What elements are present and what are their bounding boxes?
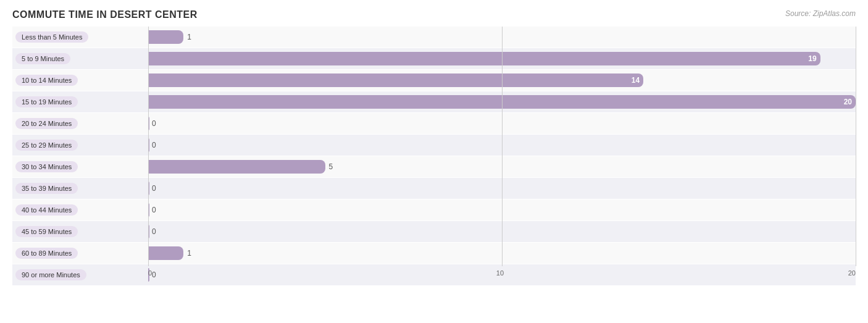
bar-track: 0 [148, 135, 856, 156]
chart-header: COMMUTE TIME IN DESERT CENTER Source: Zi… [12, 9, 856, 20]
bar-label: 35 to 39 Minutes [12, 183, 148, 194]
bar-label: 25 to 29 Minutes [12, 140, 148, 151]
chart-container: COMMUTE TIME IN DESERT CENTER Source: Zi… [0, 0, 868, 323]
bar-row: 20 to 24 Minutes0 [12, 113, 856, 134]
chart-source: Source: ZipAtlas.com [785, 9, 856, 18]
bar-fill: 19 [148, 52, 820, 65]
bar-label: 30 to 34 Minutes [12, 161, 148, 172]
bar-label: 15 to 19 Minutes [12, 96, 148, 107]
bar-label: 60 to 89 Minutes [12, 248, 148, 259]
bar-row: 10 to 14 Minutes14 [12, 70, 856, 91]
bar-label: 90 or more Minutes [12, 269, 148, 280]
chart-title: COMMUTE TIME IN DESERT CENTER [12, 9, 198, 20]
x-tick: 20 [848, 269, 856, 277]
bar-value: 19 [808, 54, 816, 63]
bar-fill [148, 160, 325, 174]
bar-label: 40 to 44 Minutes [12, 204, 148, 216]
bars-area: Less than 5 Minutes15 to 9 Minutes1910 t… [12, 27, 856, 266]
bar-value: 5 [329, 162, 333, 171]
bar-value: 14 [632, 76, 640, 85]
bar-fill [148, 246, 183, 260]
bar-label: 10 to 14 Minutes [12, 75, 148, 86]
bar-row: 25 to 29 Minutes0 [12, 135, 856, 156]
x-tick: 10 [496, 269, 504, 277]
bar-label: Less than 5 Minutes [12, 31, 148, 43]
bar-value: 0 [152, 141, 156, 149]
bar-value: 1 [187, 249, 191, 258]
bar-value: 0 [152, 227, 156, 236]
bar-fill [148, 138, 149, 152]
x-tick: 0 [148, 269, 152, 277]
bar-row: 60 to 89 Minutes1 [12, 243, 856, 264]
bar-track: 20 [148, 91, 856, 112]
bar-value: 1 [187, 33, 191, 41]
bar-value: 0 [152, 206, 156, 214]
bar-row: 30 to 34 Minutes5 [12, 156, 856, 177]
grid-line [856, 27, 856, 266]
bar-fill [148, 30, 183, 44]
bar-track: 0 [148, 113, 856, 134]
bar-fill: 14 [148, 73, 643, 87]
bar-row: 35 to 39 Minutes0 [12, 178, 856, 199]
bar-row: Less than 5 Minutes1 [12, 27, 856, 48]
bar-track: 0 [148, 199, 856, 220]
bar-fill [148, 117, 149, 130]
bar-fill [148, 182, 149, 195]
bar-label: 20 to 24 Minutes [12, 118, 148, 129]
bar-track: 1 [148, 243, 856, 264]
bar-track: 1 [148, 27, 856, 48]
chart-body: Less than 5 Minutes15 to 9 Minutes1910 t… [12, 27, 856, 285]
bar-fill [148, 203, 149, 217]
bar-value: 20 [844, 98, 852, 106]
bar-value: 0 [152, 119, 156, 128]
bar-row: 5 to 9 Minutes19 [12, 48, 856, 69]
bar-label: 5 to 9 Minutes [12, 53, 148, 64]
bar-fill: 20 [148, 95, 856, 109]
bar-track: 0 [148, 178, 856, 199]
bar-track: 0 [148, 221, 856, 242]
bar-row: 40 to 44 Minutes0 [12, 199, 856, 220]
bar-track: 5 [148, 156, 856, 177]
bar-row: 45 to 59 Minutes0 [12, 221, 856, 242]
bar-track: 19 [148, 48, 856, 69]
bar-track: 14 [148, 70, 856, 91]
x-axis: 01020 [148, 266, 856, 285]
bar-fill [148, 225, 149, 238]
bar-value: 0 [152, 184, 156, 193]
bar-label: 45 to 59 Minutes [12, 226, 148, 237]
bar-row: 15 to 19 Minutes20 [12, 91, 856, 112]
